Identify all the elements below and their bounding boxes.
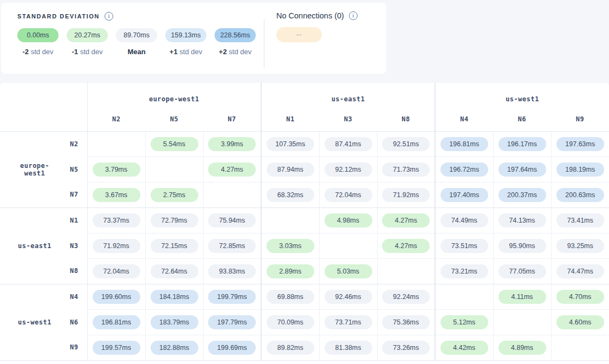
latency-pill[interactable]: 199.57ms xyxy=(93,341,140,355)
latency-pill[interactable]: 74.47ms xyxy=(556,264,604,278)
latency-pill[interactable]: 200.63ms xyxy=(556,188,604,202)
latency-pill[interactable]: 71.92ms xyxy=(93,239,140,253)
column-node-N4: N4 xyxy=(435,107,493,131)
latency-pill[interactable]: 200.37ms xyxy=(498,188,546,202)
latency-pill[interactable]: 73.37ms xyxy=(93,213,140,227)
latency-pill[interactable]: 68.32ms xyxy=(267,188,314,202)
latency-pill[interactable]: 4.11ms xyxy=(498,290,546,304)
latency-pill[interactable]: 95.90ms xyxy=(498,239,546,253)
latency-cell: 183.79ms xyxy=(145,309,203,335)
latency-pill[interactable]: 89.82ms xyxy=(267,341,314,355)
latency-pill[interactable]: 184.18ms xyxy=(151,290,198,304)
latency-pill[interactable]: 197.63ms xyxy=(556,137,604,151)
latency-pill[interactable]: 93.25ms xyxy=(556,239,604,253)
latency-pill[interactable]: 75.94ms xyxy=(208,213,256,227)
latency-pill[interactable]: 199.69ms xyxy=(208,341,256,355)
latency-cell: 2.75ms xyxy=(145,182,203,207)
latency-pill[interactable]: 92.24ms xyxy=(382,290,430,304)
latency-pill[interactable]: 73.26ms xyxy=(382,341,430,355)
legend-label-plus1: +1 std dev xyxy=(165,48,206,56)
latency-pill[interactable]: 199.79ms xyxy=(208,290,256,304)
latency-pill[interactable]: 4.70ms xyxy=(556,290,604,304)
latency-cell xyxy=(493,309,551,335)
column-group-us-east1: us-east1 xyxy=(261,83,435,107)
latency-pill[interactable]: 92.51ms xyxy=(382,137,430,151)
latency-pill[interactable]: 74.13ms xyxy=(498,213,546,227)
latency-pill[interactable]: 73.71ms xyxy=(325,315,372,329)
row-node-N4: N4 xyxy=(60,284,87,309)
latency-pill[interactable]: 196.81ms xyxy=(93,315,140,329)
latency-cell: 92.46ms xyxy=(319,284,377,309)
latency-pill[interactable]: 4.60ms xyxy=(556,315,604,329)
info-icon[interactable]: i xyxy=(105,12,113,21)
latency-pill[interactable]: 71.73ms xyxy=(382,162,430,177)
row-node-N8: N8 xyxy=(60,258,87,284)
latency-pill[interactable]: 72.85ms xyxy=(208,239,256,253)
latency-pill[interactable]: 81.38ms xyxy=(325,341,372,355)
latency-cell: 73.26ms xyxy=(377,335,435,360)
latency-pill[interactable]: 197.40ms xyxy=(440,188,488,202)
latency-pill[interactable]: 75.36ms xyxy=(382,315,430,329)
latency-pill[interactable]: 4.27ms xyxy=(382,239,430,253)
latency-cell: 184.18ms xyxy=(145,284,203,309)
latency-pill[interactable]: 3.67ms xyxy=(93,188,140,202)
latency-cell: 77.05ms xyxy=(493,258,551,284)
latency-pill[interactable]: 92.46ms xyxy=(325,290,372,304)
latency-pill[interactable]: 3.03ms xyxy=(267,239,314,253)
latency-pill[interactable]: 74.49ms xyxy=(440,213,488,227)
latency-pill[interactable]: 72.64ms xyxy=(151,264,198,278)
latency-pill[interactable]: 5.54ms xyxy=(151,137,198,151)
row-node-N5: N5 xyxy=(60,157,87,182)
latency-pill[interactable]: 73.51ms xyxy=(440,239,488,253)
latency-cell: 4.27ms xyxy=(377,233,435,258)
latency-cell: 182.88ms xyxy=(145,335,203,360)
latency-pill[interactable]: 87.94ms xyxy=(267,162,314,177)
latency-pill[interactable]: 2.89ms xyxy=(267,264,314,278)
latency-pill[interactable]: 4.42ms xyxy=(440,341,488,355)
latency-pill[interactable]: 3.99ms xyxy=(208,137,256,151)
latency-pill[interactable]: 199.60ms xyxy=(93,290,140,304)
latency-cell xyxy=(87,131,145,157)
latency-cell: 4.60ms xyxy=(551,309,609,335)
latency-pill[interactable]: 4.89ms xyxy=(498,341,546,355)
latency-pill[interactable]: 92.12ms xyxy=(325,162,372,177)
latency-pill[interactable]: 5.12ms xyxy=(440,315,488,329)
latency-pill[interactable]: 72.04ms xyxy=(93,264,140,278)
column-node-N2: N2 xyxy=(87,107,145,131)
latency-pill[interactable]: 196.72ms xyxy=(440,162,488,177)
latency-cell: 71.92ms xyxy=(377,182,435,207)
latency-pill[interactable]: 197.79ms xyxy=(208,315,256,329)
latency-pill[interactable]: 4.27ms xyxy=(382,213,430,227)
latency-pill[interactable]: 197.64ms xyxy=(498,162,546,177)
info-icon[interactable]: i xyxy=(349,11,358,20)
latency-pill[interactable]: 4.98ms xyxy=(325,213,372,227)
latency-pill[interactable]: 196.81ms xyxy=(440,137,488,151)
latency-cell: 72.04ms xyxy=(87,258,145,284)
latency-pill[interactable]: 2.75ms xyxy=(151,188,198,202)
latency-pill[interactable]: 87.41ms xyxy=(325,137,372,151)
latency-cell: 196.72ms xyxy=(435,157,493,182)
latency-cell: 72.15ms xyxy=(145,233,203,258)
latency-pill[interactable]: 93.83ms xyxy=(208,264,256,278)
latency-cell: 197.64ms xyxy=(493,157,551,182)
latency-pill[interactable]: 72.04ms xyxy=(325,188,372,202)
latency-pill[interactable]: 183.79ms xyxy=(151,315,198,329)
latency-pill[interactable]: 5.03ms xyxy=(325,264,372,278)
latency-pill[interactable]: 69.88ms xyxy=(267,290,314,304)
legend-pill-plus2: 228.56ms xyxy=(215,28,256,42)
latency-pill[interactable]: 196.17ms xyxy=(498,137,546,151)
latency-pill[interactable]: 72.15ms xyxy=(151,239,198,253)
latency-pill[interactable]: 71.92ms xyxy=(382,188,430,202)
latency-pill[interactable]: 3.79ms xyxy=(93,162,140,177)
latency-pill[interactable]: 182.88ms xyxy=(151,341,198,355)
latency-pill[interactable]: 198.19ms xyxy=(556,162,604,177)
latency-pill[interactable]: 70.09ms xyxy=(267,315,314,329)
latency-pill[interactable]: 73.41ms xyxy=(556,213,604,227)
latency-pill[interactable]: 72.79ms xyxy=(151,213,198,227)
latency-pill[interactable]: 4.27ms xyxy=(208,162,256,177)
latency-cell: 72.85ms xyxy=(203,233,261,258)
latency-pill[interactable]: 73.21ms xyxy=(440,264,488,278)
latency-pill[interactable]: 107.35ms xyxy=(267,137,314,151)
latency-pill[interactable]: 77.05ms xyxy=(498,264,546,278)
latency-cell: 73.51ms xyxy=(435,233,493,258)
